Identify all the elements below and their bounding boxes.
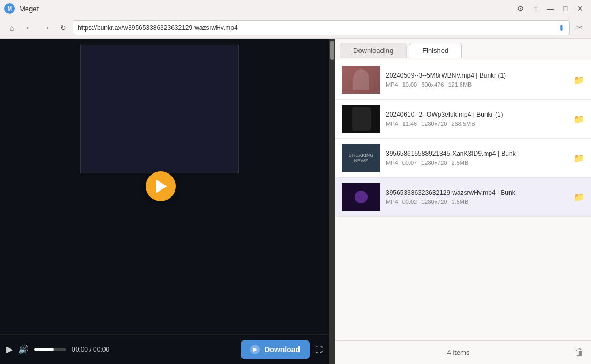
download-btn-icon: ▶ bbox=[250, 345, 260, 354]
item-format: MP4 bbox=[386, 199, 398, 205]
item-count: 4 items bbox=[342, 348, 575, 357]
volume-slider[interactable] bbox=[34, 348, 66, 351]
bookmark-button[interactable]: ✂ bbox=[572, 20, 587, 35]
list-item[interactable]: BREAKINGNEWS 395658615588921345-XanK3ID9… bbox=[335, 139, 591, 178]
item-duration: 00:02 bbox=[402, 199, 417, 205]
thumbnail bbox=[342, 105, 380, 133]
item-meta: MP4 00:07 1280x720 2.5MB bbox=[386, 160, 568, 166]
app-logo: M bbox=[4, 3, 15, 14]
item-format: MP4 bbox=[386, 81, 398, 88]
item-title: 20240610--2--OWp3eIuk.mp4 | Bunkr (1) bbox=[386, 111, 568, 118]
url-bar[interactable]: https://bunkr.ax/v/395653386323632129-wa… bbox=[73, 20, 570, 35]
item-resolution: 1280x720 bbox=[421, 199, 447, 205]
tab-downloading[interactable]: Downloading bbox=[340, 43, 407, 58]
download-icon: ▶ bbox=[253, 346, 257, 352]
list-item[interactable]: 20240509--3--5M8rWBNV.mp4 | Bunkr (1) MP… bbox=[335, 60, 591, 100]
item-size: 2.5MB bbox=[451, 160, 468, 166]
footer: 4 items 🗑 bbox=[335, 340, 591, 364]
item-duration: 11:46 bbox=[402, 120, 417, 127]
video-controls: ▶ 🔊 00:00 / 00:00 ▶ Download ⛶ bbox=[0, 334, 329, 364]
play-button-large[interactable] bbox=[146, 171, 176, 201]
thumbnail: BREAKINGNEWS bbox=[342, 144, 380, 172]
item-info: 395658615588921345-XanK3ID9.mp4 | Bunk M… bbox=[386, 150, 568, 166]
download-button[interactable]: ▶ Download bbox=[241, 340, 310, 359]
time-display: 00:00 / 00:00 bbox=[72, 346, 109, 353]
home-button[interactable]: ⌂ bbox=[4, 20, 19, 35]
open-folder-button[interactable]: 📁 bbox=[574, 192, 585, 202]
video-panel: ▶ 🔊 00:00 / 00:00 ▶ Download ⛶ bbox=[0, 39, 329, 364]
item-meta: MP4 10:00 600x476 121.6MB bbox=[386, 81, 568, 88]
open-folder-button[interactable]: 📁 bbox=[574, 114, 585, 124]
play-pause-button[interactable]: ▶ bbox=[6, 344, 13, 354]
item-meta: MP4 00:02 1280x720 1.5MB bbox=[386, 199, 568, 205]
url-text: https://bunkr.ax/v/395653386323632129-wa… bbox=[78, 24, 558, 32]
list-item[interactable]: 395653386323632129-wazsrwHv.mp4 | Bunk M… bbox=[335, 178, 591, 217]
forward-button[interactable]: → bbox=[39, 20, 54, 35]
item-format: MP4 bbox=[386, 120, 398, 127]
list-item[interactable]: 20240610--2--OWp3eIuk.mp4 | Bunkr (1) MP… bbox=[335, 100, 591, 139]
scrollbar-thumb[interactable] bbox=[330, 41, 334, 60]
volume-button[interactable]: 🔊 bbox=[18, 344, 29, 354]
maximize-button[interactable]: □ bbox=[559, 2, 572, 15]
item-resolution: 600x476 bbox=[421, 81, 444, 88]
item-size: 121.6MB bbox=[448, 81, 472, 88]
play-icon-large bbox=[156, 180, 167, 193]
tab-finished[interactable]: Finished bbox=[409, 43, 462, 58]
navbar: ⌂ ← → ↻ https://bunkr.ax/v/3956533863236… bbox=[0, 17, 591, 39]
main-content: ▶ 🔊 00:00 / 00:00 ▶ Download ⛶ bbox=[0, 39, 591, 364]
open-folder-button[interactable]: 📁 bbox=[574, 75, 585, 85]
settings-button[interactable]: ⚙ bbox=[514, 2, 527, 15]
back-button[interactable]: ← bbox=[21, 20, 36, 35]
item-title: 395653386323632129-wazsrwHv.mp4 | Bunk bbox=[386, 189, 568, 196]
item-resolution: 1280x720 bbox=[421, 160, 447, 166]
refresh-button[interactable]: ↻ bbox=[56, 20, 71, 35]
item-title: 20240509--3--5M8rWBNV.mp4 | Bunkr (1) bbox=[386, 72, 568, 79]
menu-button[interactable]: ≡ bbox=[529, 2, 542, 15]
download-btn-label: Download bbox=[264, 345, 300, 354]
item-size: 1.5MB bbox=[451, 199, 468, 205]
delete-button[interactable]: 🗑 bbox=[575, 347, 585, 358]
download-list: 20240509--3--5M8rWBNV.mp4 | Bunkr (1) MP… bbox=[335, 58, 591, 340]
video-preview bbox=[80, 45, 239, 173]
item-info: 395653386323632129-wazsrwHv.mp4 | Bunk M… bbox=[386, 189, 568, 205]
thumbnail bbox=[342, 183, 380, 211]
item-info: 20240610--2--OWp3eIuk.mp4 | Bunkr (1) MP… bbox=[386, 111, 568, 127]
item-duration: 10:00 bbox=[402, 81, 417, 88]
close-button[interactable]: ✕ bbox=[574, 2, 587, 15]
open-folder-button[interactable]: 📁 bbox=[574, 153, 585, 163]
item-meta: MP4 11:46 1280x720 268.5MB bbox=[386, 120, 568, 127]
video-container bbox=[0, 39, 329, 334]
window-controls: ⚙ ≡ — □ ✕ bbox=[514, 2, 587, 15]
url-download-icon[interactable]: ⬇ bbox=[558, 24, 565, 32]
item-title: 395658615588921345-XanK3ID9.mp4 | Bunk bbox=[386, 150, 568, 157]
item-size: 268.5MB bbox=[451, 120, 475, 127]
item-duration: 00:07 bbox=[402, 160, 417, 166]
thumbnail bbox=[342, 66, 380, 94]
fullscreen-button[interactable]: ⛶ bbox=[315, 345, 323, 354]
right-panel: Downloading Finished 20240509--3--5M8rWB… bbox=[335, 39, 591, 364]
titlebar: M Meget ⚙ ≡ — □ ✕ bbox=[0, 0, 591, 17]
app-title: Meget bbox=[19, 5, 510, 13]
minimize-button[interactable]: — bbox=[544, 2, 557, 15]
item-resolution: 1280x720 bbox=[421, 120, 447, 127]
item-info: 20240509--3--5M8rWBNV.mp4 | Bunkr (1) MP… bbox=[386, 72, 568, 88]
item-format: MP4 bbox=[386, 160, 398, 166]
tab-bar: Downloading Finished bbox=[335, 39, 591, 58]
